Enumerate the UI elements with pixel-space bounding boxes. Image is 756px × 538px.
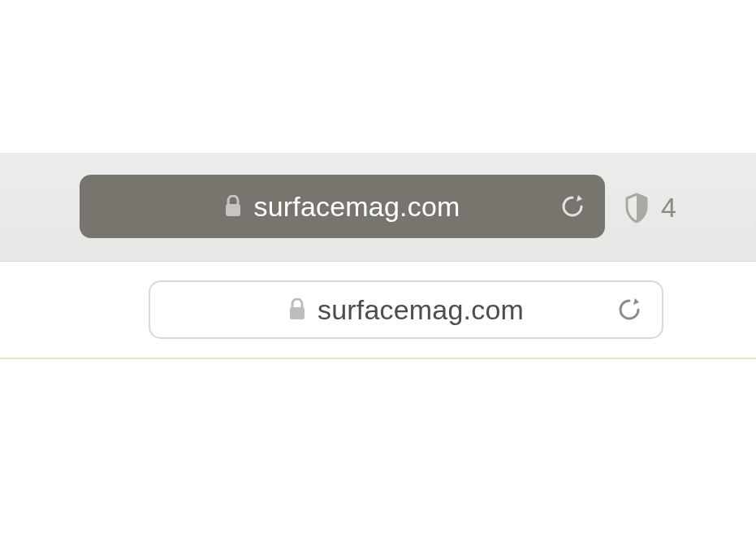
url-text: surfacemag.com: [318, 294, 524, 326]
lock-icon: [224, 195, 242, 218]
refresh-button[interactable]: [558, 192, 587, 221]
svg-rect-0: [226, 204, 240, 216]
privacy-shield-icon[interactable]: [624, 193, 650, 223]
address-bar-active[interactable]: surfacemag.com: [80, 175, 605, 238]
address-bar-center: surfacemag.com: [288, 294, 524, 326]
browser-toolbar: surfacemag.com 4: [0, 153, 756, 262]
tracker-count: 4: [661, 192, 676, 223]
svg-rect-1: [290, 307, 305, 319]
address-bar-inactive[interactable]: surfacemag.com: [149, 280, 663, 339]
page-content-toolbar: surfacemag.com: [0, 262, 756, 359]
privacy-report-area: 4: [624, 192, 676, 223]
refresh-button[interactable]: [615, 295, 644, 324]
address-bar-center: surfacemag.com: [224, 191, 460, 223]
lock-icon: [288, 298, 306, 321]
url-text: surfacemag.com: [253, 191, 460, 223]
